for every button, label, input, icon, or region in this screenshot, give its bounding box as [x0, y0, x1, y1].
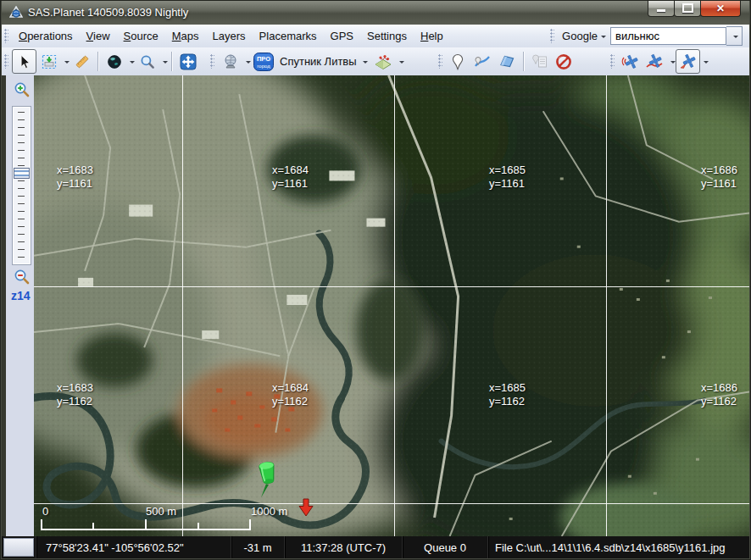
toolbar-separator	[97, 52, 98, 71]
menu-maps[interactable]: Maps	[165, 26, 206, 46]
selection-tool-dropdown[interactable]	[61, 50, 70, 73]
chevron-down-icon	[246, 61, 251, 66]
menu-help[interactable]: Help	[414, 26, 450, 46]
dark-globe-button[interactable]	[102, 49, 126, 74]
progorod-button[interactable]: ПРО город	[251, 49, 275, 74]
menu-view[interactable]: View	[80, 26, 117, 46]
menu-bar: Operations View Source Maps Layers Place…	[2, 25, 749, 48]
gps-connect-icon	[620, 53, 639, 70]
layers-dropdown[interactable]	[396, 50, 404, 73]
gps-track-dropdown[interactable]	[667, 50, 676, 73]
search-input[interactable]	[610, 27, 726, 45]
window-controls: ✕	[648, 0, 741, 17]
statusbar-elevation: -31 m	[231, 536, 284, 558]
add-placemark-button[interactable]	[446, 49, 470, 74]
tile-grid-line	[606, 75, 607, 536]
zoom-out-button[interactable]	[12, 267, 32, 287]
toolbar-grip-3[interactable]	[438, 54, 442, 69]
statusbar-queue: Queue 0	[402, 536, 487, 558]
hide-placemarks-button[interactable]	[552, 49, 576, 74]
path-icon	[474, 53, 491, 69]
gps-follow-button[interactable]	[676, 49, 700, 74]
tile-grid-line	[34, 286, 749, 287]
search-dropdown-button[interactable]	[726, 26, 743, 46]
ruler-icon	[75, 54, 90, 69]
search-provider-button[interactable]: Google	[558, 27, 610, 45]
tile-grid-line	[34, 503, 749, 504]
red-arrow-marker[interactable]	[297, 497, 315, 518]
zoom-tool-dropdown[interactable]	[159, 50, 168, 73]
add-polygon-button[interactable]	[495, 49, 520, 74]
fullscreen-button[interactable]	[175, 49, 200, 74]
main-toolbar: ПРО город Спутник Литвы	[2, 47, 749, 76]
menu-gps[interactable]: GPS	[324, 26, 360, 46]
app-icon	[9, 6, 23, 19]
toolbar-separator	[523, 52, 524, 71]
selection-tool-button[interactable]	[36, 49, 61, 74]
search-combobox	[610, 26, 743, 46]
statusbar-tile-file: File C:\ut\...14\1\1\6.4.sdb\z14\x1685\y…	[487, 536, 749, 558]
menu-operations[interactable]: Operations	[12, 26, 80, 46]
maximize-button[interactable]	[674, 0, 701, 17]
scale-label-1000: 1000 m	[251, 505, 287, 518]
zoom-out-icon	[14, 269, 31, 286]
scale-bar	[41, 519, 251, 530]
select-cursor-button[interactable]	[12, 49, 36, 74]
application-window: SAS.Planet 140509.8039 Nightly ✕ Operati…	[0, 0, 751, 560]
toolbar-grip-4[interactable]	[610, 54, 615, 69]
gps-connect-button[interactable]	[618, 49, 643, 74]
layers-button[interactable]	[371, 49, 396, 74]
toolbar-grip-2[interactable]	[210, 54, 214, 69]
internet-globe-button[interactable]	[218, 49, 242, 74]
zoom-slider-thumb[interactable]	[14, 168, 30, 179]
map-selector-dropdown[interactable]	[359, 50, 368, 73]
menu-placemarks[interactable]: Placemarks	[253, 26, 324, 46]
zoom-sidebar: z14	[2, 75, 34, 536]
minimize-button[interactable]	[648, 0, 675, 17]
green-pushpin-placemark[interactable]	[253, 458, 283, 499]
progorod-icon: ПРО город	[253, 53, 274, 71]
menu-source[interactable]: Source	[117, 26, 165, 46]
satellite-imagery	[34, 75, 749, 536]
toolbar-separator	[171, 52, 172, 71]
progorod-icon-text-bottom: город	[257, 64, 270, 69]
statusbar-coordinates: 77°58'23.41" -105°56'02.52"	[36, 536, 231, 558]
tile-label: x=1683y=1161	[57, 164, 93, 191]
cursor-icon	[17, 54, 32, 69]
chevron-down-icon	[670, 61, 676, 66]
add-path-button[interactable]	[470, 49, 495, 74]
close-button[interactable]: ✕	[700, 0, 741, 17]
tile-label: x=1685y=1161	[489, 164, 526, 191]
placemark-manager-button[interactable]	[527, 49, 552, 74]
map-viewport[interactable]: x=1683y=1161 x=1684y=1161 x=1685y=1161 x…	[34, 75, 749, 536]
title-bar[interactable]: SAS.Planet 140509.8039 Nightly	[2, 0, 749, 25]
chevron-down-icon	[130, 61, 135, 66]
zoom-tool-button[interactable]	[135, 49, 159, 74]
progorod-icon-text-top: ПРО	[256, 55, 270, 63]
dark-globe-dropdown[interactable]	[126, 50, 135, 73]
tile-label: x=1683y=1162	[57, 381, 93, 408]
chevron-down-icon	[163, 61, 168, 66]
tile-grid-line	[182, 75, 183, 536]
browser-globe-icon	[222, 53, 239, 70]
menu-settings[interactable]: Settings	[360, 26, 414, 46]
ruler-button[interactable]	[70, 49, 94, 74]
tile-label: x=1685y=1162	[489, 381, 526, 408]
search-toolbar-grip[interactable]	[550, 29, 554, 43]
maximize-icon	[682, 3, 693, 13]
hide-marks-icon	[555, 53, 572, 70]
menu-layers[interactable]: Layers	[206, 26, 253, 46]
toolbar-grip-1[interactable]	[4, 54, 8, 69]
zoom-in-button[interactable]	[12, 80, 32, 100]
gps-track-button[interactable]	[643, 49, 667, 74]
menubar-grip[interactable]	[4, 29, 8, 43]
minimize-icon	[657, 9, 665, 12]
gps-follow-dropdown[interactable]	[700, 50, 709, 73]
zoom-in-icon	[14, 81, 31, 98]
zoom-slider[interactable]	[12, 106, 31, 265]
chevron-down-icon	[601, 36, 606, 41]
map-selector-label[interactable]: Спутник Литвы	[275, 55, 359, 68]
internet-globe-dropdown[interactable]	[242, 50, 251, 73]
scale-label-500: 500 m	[146, 505, 176, 518]
scale-label-zero: 0	[42, 505, 48, 518]
